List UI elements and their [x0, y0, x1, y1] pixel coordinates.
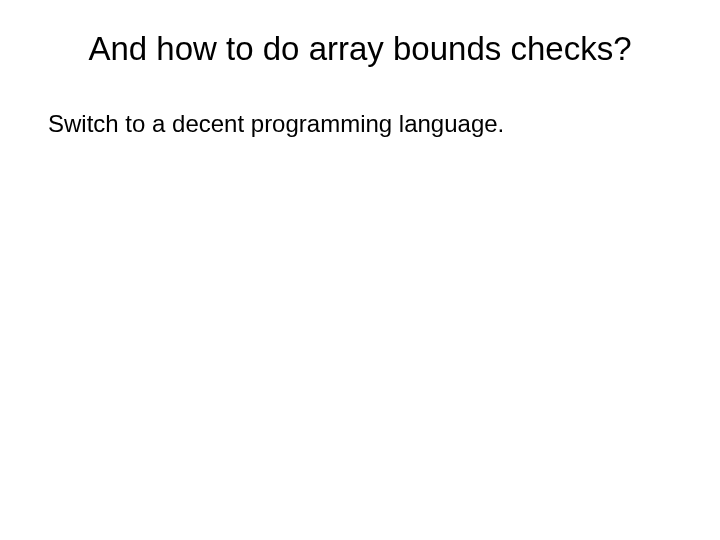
- slide-title: And how to do array bounds checks?: [48, 30, 672, 68]
- slide-container: And how to do array bounds checks? Switc…: [0, 0, 720, 540]
- slide-body-text: Switch to a decent programming language.: [48, 110, 672, 138]
